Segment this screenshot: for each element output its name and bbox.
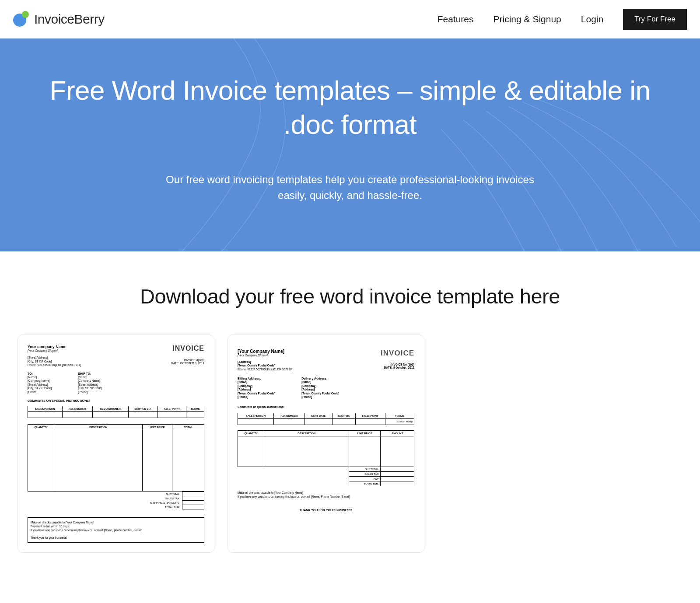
inv2-addr2: [Town, County Postal Code]: [238, 364, 292, 367]
inv1-phone: Phone [509.555.0190] Fax [509.555.0191]: [28, 363, 81, 367]
inv2-meta1: INVOICE No [100]: [384, 363, 414, 366]
inv1-to-name: [Name]: [28, 376, 52, 379]
inv1-totals: SUBTOTAL SALES TAX SHIPPING & HANDLING T…: [28, 491, 204, 509]
inv1-f2: Payment is due within 30 days.: [31, 524, 201, 528]
inv1-f3: If you have any questions concerning thi…: [31, 528, 201, 532]
hero-section: Free Word Invoice templates – simple & e…: [0, 38, 700, 251]
inv1-to-company: [Company Name]: [28, 379, 52, 383]
inv2-h-terms: TERMS: [385, 413, 414, 418]
inv1-items-table: QUANTITY DESCRIPTION UNIT PRICE TOTAL: [28, 424, 204, 491]
inv2-addr1: [Address]: [238, 360, 292, 364]
hero-subtitle: Our free word invoicing templates help y…: [164, 172, 536, 203]
nav-features[interactable]: Features: [438, 14, 474, 24]
inv1-h-terms: TERMS: [186, 406, 204, 412]
inv2-t-pp: P&P: [349, 476, 381, 481]
inv1-ship-company: [Company Name]: [78, 379, 102, 383]
inv1-meta1: INVOICE #[100]: [171, 359, 204, 362]
templates-grid: Your company Name [Your Company Slogan] …: [0, 335, 700, 553]
inv2-t-due: TOTAL DUE: [349, 481, 381, 486]
inv1-title: INVOICE: [172, 345, 204, 352]
inv1-ship-phone: [Phone]: [78, 390, 102, 394]
logo-link[interactable]: InvoiceBerry: [13, 11, 105, 28]
inv2-comments: Comments or special instructions:: [238, 405, 414, 408]
inv2-d-company: [Company]: [301, 384, 339, 388]
template-card-2[interactable]: [Your Company Name] [Your Company Slogan…: [228, 335, 424, 553]
inv2-t-tax: SALES TAX: [349, 471, 381, 476]
inv1-addr1: [Street Address]: [28, 356, 81, 359]
try-free-button[interactable]: Try For Free: [623, 9, 687, 30]
inv1-t-ship: SHIPPING & HANDLING: [147, 501, 182, 505]
nav-pricing[interactable]: Pricing & Signup: [494, 14, 561, 24]
inv2-slogan: [Your Company Slogan]: [238, 354, 284, 357]
inv2-b-name: [Name]: [238, 380, 275, 384]
hero-decoration: [0, 38, 700, 251]
inv1-f4: Thank you for your business!: [31, 536, 201, 540]
inv2-title: INVOICE: [381, 349, 414, 358]
inv1-h-req: REQUISITIONER: [92, 406, 128, 412]
inv2-b-company: [Company]: [238, 384, 275, 388]
header: InvoiceBerry Features Pricing & Signup L…: [0, 0, 700, 38]
hero-title: Free Word Invoice templates – simple & e…: [44, 73, 656, 141]
inv1-ship-street: [Street Address]: [78, 383, 102, 387]
section-title: Download your free word invoice template…: [18, 284, 682, 308]
inv1-ship-name: [Name]: [78, 376, 102, 379]
inv1-to-city: [City, ST ZIP Code]: [28, 387, 52, 390]
inv1-to-street: [Street Address]: [28, 383, 52, 387]
inv2-b-addr: [Address]: [238, 388, 275, 391]
main-nav: Features Pricing & Signup Login Try For …: [438, 9, 687, 30]
inv2-d-phone: [Phone]: [301, 395, 339, 399]
inv2-meta-table: SALESPERSON P.O. NUMBER SENT DATE SENT V…: [238, 413, 414, 425]
inv2-bill-label: Billing Address:: [238, 376, 275, 380]
inv1-footer: Make all checks payable to [Your Company…: [28, 517, 204, 543]
inv2-i-amt: AMOUNT: [381, 430, 414, 436]
inv1-meta-table: SALESPERSON P.O. NUMBER REQUISITIONER SH…: [28, 406, 204, 418]
nav-login[interactable]: Login: [581, 14, 603, 24]
inv1-h-fob: F.O.B. POINT: [158, 406, 186, 412]
inv1-ship-city: [City, ST ZIP Code]: [78, 387, 102, 390]
template-preview-2: [Your Company Name] [Your Company Slogan…: [238, 345, 414, 516]
templates-section: Download your free word invoice template…: [0, 251, 700, 335]
inv2-b-town: [Town, County Postal Code]: [238, 392, 275, 395]
inv2-items-table: QUANTITY DESCRIPTION UNIT PRICE AMOUNT S…: [238, 430, 414, 486]
inv2-del-label: Delivery Address:: [301, 376, 339, 380]
inv2-h-po: P.O. NUMBER: [273, 413, 305, 418]
inv2-thanks: THANK YOU FOR YOUR BUSINESS!: [238, 509, 414, 512]
inv2-f1: Make all cheques payable to [Your Compan…: [238, 491, 414, 495]
inv2-t-subtotal: SUBTOTAL: [349, 467, 381, 471]
invoiceberry-logo-icon: [13, 11, 30, 28]
inv1-ship-label: SHIP TO:: [78, 372, 102, 376]
inv1-comments: COMMENTS OR SPECIAL INSTRUCTIONS:: [28, 399, 204, 402]
inv1-i-unit: UNIT PRICE: [142, 425, 172, 430]
inv2-h-sent-date: SENT DATE: [305, 413, 332, 418]
template-preview-1: Your company Name [Your Company Slogan] …: [28, 345, 204, 543]
inv2-terms-note: Due on receipt: [385, 418, 414, 425]
template-card-1[interactable]: Your company Name [Your Company Slogan] …: [18, 335, 214, 553]
inv2-b-phone: [Phone]: [238, 395, 275, 399]
inv2-phone: Phone [01234 567890] Fax [01234 567890]: [238, 368, 292, 371]
inv1-meta2: DATE: OCTOBER 9, 2011: [171, 362, 204, 365]
inv1-t-tax: SALES TAX: [147, 496, 182, 501]
inv2-meta2: DATE: 9 October, 2011: [384, 366, 414, 369]
inv2-i-qty: QUANTITY: [238, 430, 264, 436]
inv1-to-phone: [Phone]: [28, 390, 52, 394]
inv1-h-po: P.O. NUMBER: [62, 406, 92, 412]
inv1-h-salesperson: SALESPERSON: [28, 406, 63, 412]
inv2-h-fob: F.O.B. POINT: [355, 413, 385, 418]
brand-name: InvoiceBerry: [34, 12, 105, 27]
inv1-h-ship: SHIPPED VIA: [128, 406, 158, 412]
inv1-i-qty: QUANTITY: [28, 425, 54, 430]
inv1-f1: Make all checks payable to [Your Company…: [31, 520, 201, 524]
inv1-addr2: [City, ST ZIP Code]: [28, 360, 81, 363]
inv1-i-desc: DESCRIPTION: [54, 425, 143, 430]
inv2-h-sent-via: SENT VIA: [332, 413, 355, 418]
inv2-company: [Your Company Name]: [238, 349, 284, 354]
inv2-f2: If you have any questions concerning thi…: [238, 495, 414, 499]
inv1-company: Your company Name: [28, 345, 66, 349]
inv2-h-salesperson: SALESPERSON: [238, 413, 274, 418]
inv2-d-name: [Name]: [301, 380, 339, 384]
inv1-to-label: TO:: [28, 372, 52, 376]
inv2-i-unit: UNIT PRICE: [349, 430, 381, 436]
inv2-footer: Make all cheques payable to [Your Compan…: [238, 491, 414, 499]
inv1-t-due: TOTAL DUE: [147, 505, 182, 509]
inv1-i-total: TOTAL: [172, 425, 204, 430]
